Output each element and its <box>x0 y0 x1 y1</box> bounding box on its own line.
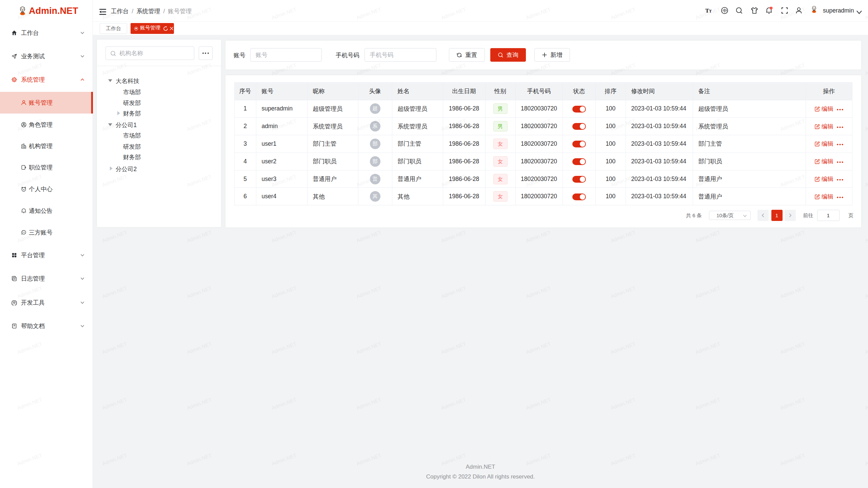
svg-text:中: 中 <box>723 8 727 13</box>
svg-text:T: T <box>709 9 712 14</box>
